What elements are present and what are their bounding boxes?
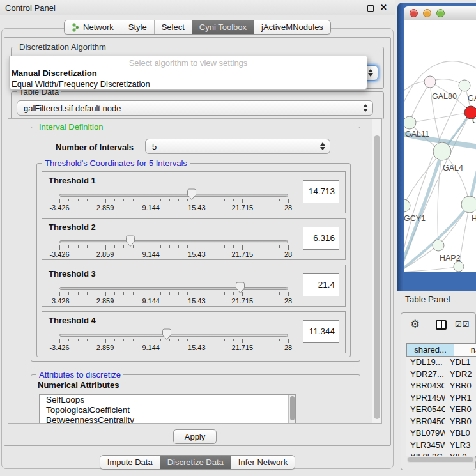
threshold-slider[interactable]: -3.4262.8599.14415.4321.71528 xyxy=(42,219,298,261)
attribute-item-selfloops[interactable]: SelfLoops xyxy=(40,395,295,405)
slider-track[interactable] xyxy=(59,287,288,290)
threshold-slider[interactable]: -3.4262.8599.14415.4321.71528 xyxy=(42,265,298,307)
table-row[interactable]: YDR27...YDR2 xyxy=(406,369,476,381)
table-row[interactable]: YBL079WYBL0 xyxy=(406,427,476,440)
apply-button[interactable]: Apply xyxy=(173,429,217,444)
cell-shared-name[interactable]: YBR043C xyxy=(406,380,445,392)
cell-name[interactable]: YPR1 xyxy=(445,392,476,404)
node-label-gal80: GAL80 xyxy=(432,92,457,101)
zoom-traffic-light-icon[interactable] xyxy=(436,9,445,17)
network-node[interactable] xyxy=(404,116,416,129)
tab-jactivemnodules[interactable]: jActiveMNodules xyxy=(254,20,330,34)
table-h-scrollbar[interactable] xyxy=(407,457,476,463)
network-window-titlebar[interactable] xyxy=(404,6,476,20)
bottom-tab-impute-data[interactable]: Impute Data xyxy=(100,456,160,469)
network-canvas[interactable]: GAL80GACGAL11GAL4GCY1HHAP2 xyxy=(404,20,476,272)
cell-shared-name[interactable]: YBR045C xyxy=(406,416,445,428)
number-of-intervals-label: Number of Intervals xyxy=(56,142,134,152)
cell-shared-name[interactable]: YBL079W xyxy=(406,427,445,440)
cell-name[interactable]: YLR3 xyxy=(445,440,476,452)
threshold-value-field[interactable]: 14.713 xyxy=(303,180,339,203)
number-of-intervals-spinner[interactable]: 5 xyxy=(145,139,330,154)
tab-group: NetworkStyleSelectCyni ToolboxjActiveMNo… xyxy=(64,20,331,35)
slider-tick-labels: -3.4262.8599.14415.4321.71528 xyxy=(59,344,288,351)
float-window-icon[interactable] xyxy=(367,5,374,12)
table-h-scrollbar-thumb[interactable] xyxy=(408,457,473,462)
tab-cyni-toolbox[interactable]: Cyni Toolbox xyxy=(192,20,254,34)
node-label-c: C xyxy=(472,116,476,125)
node-label-gcy1: GCY1 xyxy=(404,214,426,223)
threshold-value-field[interactable]: 11.344 xyxy=(303,320,339,343)
slider-track[interactable] xyxy=(59,334,288,337)
network-node[interactable] xyxy=(459,80,470,91)
cell-shared-name[interactable]: YPR145W xyxy=(406,392,445,404)
threshold-panel-3: Threshold 3 -3.4262.8599.14415.4321.7152… xyxy=(42,265,346,307)
cell-name[interactable]: YBL0 xyxy=(445,427,476,440)
cell-shared-name[interactable]: YDL19... xyxy=(406,357,445,369)
panel-scrollbar[interactable] xyxy=(372,119,381,424)
threshold-slider[interactable]: -3.4262.8599.14415.4321.71528 xyxy=(42,172,298,214)
network-edge[interactable] xyxy=(410,82,430,123)
table-header: shared... name xyxy=(406,343,476,357)
table-row[interactable]: YBR045CYBR0 xyxy=(406,416,476,428)
network-node[interactable] xyxy=(433,142,451,160)
table-row[interactable]: YBR043CYBR0 xyxy=(406,380,476,392)
network-edge[interactable] xyxy=(404,151,442,206)
node-label-ga: GA xyxy=(468,94,476,103)
network-node[interactable] xyxy=(404,199,410,212)
tab-network[interactable]: Network xyxy=(65,20,121,34)
menu-item-equal-width-frequency[interactable]: Equal Width/Frequency Discretization xyxy=(10,79,367,89)
attribute-item-topologicalcoefficient[interactable]: TopologicalCoefficient xyxy=(40,405,295,415)
table-row[interactable]: YDL19...YDL1 xyxy=(406,357,476,369)
slider-tick-labels: -3.4262.8599.14415.4321.71528 xyxy=(59,250,288,258)
cell-name[interactable]: YBR0 xyxy=(445,416,476,428)
minimize-traffic-light-icon[interactable] xyxy=(423,9,431,17)
cell-name[interactable]: YDR2 xyxy=(445,369,476,381)
slider-track[interactable] xyxy=(59,194,288,197)
tab-style[interactable]: Style xyxy=(121,20,155,34)
cell-name[interactable]: YER0 xyxy=(445,404,476,416)
cell-name[interactable]: YDL1 xyxy=(445,357,476,369)
column-header-name[interactable]: name xyxy=(454,343,476,357)
tab-label: Network xyxy=(83,22,114,32)
network-node[interactable] xyxy=(454,261,464,272)
threshold-slider[interactable]: -3.4262.8599.14415.4321.71528 xyxy=(42,312,298,354)
threshold-value-field[interactable]: 21.4 xyxy=(303,273,339,296)
gear-icon[interactable]: ⚙ xyxy=(410,318,420,331)
slider-ticks xyxy=(59,339,288,344)
cell-shared-name[interactable]: YLR345W xyxy=(406,440,445,452)
cell-shared-name[interactable]: YER054C xyxy=(406,404,445,416)
tab-label: Infer Network xyxy=(238,457,288,467)
column-header-shared-name[interactable]: shared... xyxy=(406,343,454,357)
numerical-attributes-list[interactable]: SelfLoopsTopologicalCoefficientBetweenne… xyxy=(39,394,296,424)
close-traffic-light-icon[interactable] xyxy=(410,9,418,17)
table-row[interactable]: YER054CYER0 xyxy=(406,404,476,416)
table-row[interactable]: YIL052CYIL0 xyxy=(406,451,476,456)
panel-scrollbar-thumb[interactable] xyxy=(374,135,380,419)
network-edge[interactable] xyxy=(404,266,459,272)
menu-item-manual-discretization[interactable]: Manual Discretization xyxy=(10,68,367,79)
cell-shared-name[interactable]: YIL052C xyxy=(406,451,445,456)
cell-shared-name[interactable]: YDR27... xyxy=(406,369,445,381)
tab-select[interactable]: Select xyxy=(155,20,192,34)
split-view-icon[interactable] xyxy=(436,320,447,330)
threshold-value-field[interactable]: 6.316 xyxy=(303,227,339,250)
network-edge[interactable] xyxy=(410,112,471,123)
table-row[interactable]: YPR145WYPR1 xyxy=(406,392,476,404)
bottom-tab-discretize-data[interactable]: Discretize Data xyxy=(160,456,231,469)
cell-name[interactable]: YIL0 xyxy=(445,451,476,456)
cell-name[interactable]: YBR0 xyxy=(445,380,476,392)
select-columns-icon[interactable]: ☑☑ xyxy=(455,320,470,329)
interval-definition-title: Interval Definition xyxy=(36,122,105,132)
slider-track[interactable] xyxy=(59,240,288,243)
attribute-item-betweennesscentrality[interactable]: BetweennessCentrality xyxy=(40,415,295,424)
list-scrollbar[interactable] xyxy=(288,395,295,424)
network-node[interactable] xyxy=(424,76,436,88)
table-data-combobox[interactable]: galFiltered.sif default node xyxy=(17,100,373,116)
bottom-tab-infer-network[interactable]: Infer Network xyxy=(231,456,295,469)
table-row[interactable]: YLR345WYLR3 xyxy=(406,440,476,452)
list-scrollbar-thumb[interactable] xyxy=(290,396,295,420)
network-node[interactable] xyxy=(461,196,476,213)
network-node[interactable] xyxy=(433,240,444,251)
close-icon[interactable]: ✕ xyxy=(380,3,387,12)
